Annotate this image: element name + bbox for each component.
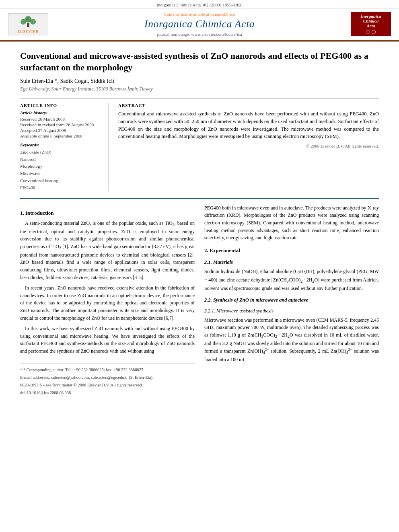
keyword-conventional: Conventional heating (20, 177, 102, 185)
footnote-star: * (20, 368, 23, 372)
section1-paragraph3: In this work, we have synthesized ZnO na… (20, 325, 195, 355)
history-label: Article history: (20, 110, 102, 115)
journal-logo-right-container: Inorganica Chimica Acta (347, 12, 391, 36)
section2-2-heading: 2.2. Synthesis of ZnO in microwave and a… (204, 296, 379, 304)
body-col-left: 1. Introduction A semi-conducting materi… (20, 204, 195, 398)
article-content: Conventional and microwave-assisted synt… (0, 42, 399, 406)
logo-line3: Acta (367, 23, 375, 28)
section2-2-1-heading: 2.2.1. Microwave-assisted synthesis (204, 307, 379, 315)
journal-header: ELSEVIER Contents lists available at Sci… (0, 8, 399, 41)
two-col-body: 1. Introduction A semi-conducting materi… (20, 204, 379, 398)
footnote-doi: doi:10.1016/j.ica.2008.08.038 (20, 390, 195, 396)
journal-title: Inorganica Chimica Acta (52, 18, 347, 30)
available-date: Available online 8 September 2008 (20, 134, 102, 138)
article-affiliation: Ege University, Solar Energy Institute, … (20, 86, 379, 92)
article-title: Conventional and microwave-assisted synt… (20, 50, 379, 73)
section1-paragraph1: A semi-conducting material ZnO, is one o… (20, 220, 195, 281)
elsevier-logo: ELSEVIER (8, 13, 48, 35)
journal-citation: Inorganica Chimica Acta 362 (2009) 1855–… (156, 2, 242, 7)
section2-1-heading: 2.1. Materials (204, 259, 379, 266)
received-date: Received 26 March 2008 (20, 117, 102, 121)
svg-point-2 (30, 19, 36, 25)
footnote-corresponding: * * Corresponding author. Tel.: +90 232 … (20, 367, 195, 373)
journal-cover-logo: Inorganica Chimica Acta (351, 12, 391, 36)
footnote-section: * * Corresponding author. Tel.: +90 232 … (20, 363, 195, 396)
journal-homepage: journal homepage: www.elsevier.com/locat… (52, 32, 347, 37)
sciencedirect-link-text: ScienceDirect (210, 12, 235, 16)
info-abstract-row: ARTICLE INFO Article history: Received 2… (20, 103, 379, 191)
elsevier-text: ELSEVIER (17, 29, 39, 33)
svg-rect-3 (27, 23, 29, 27)
abstract-text: Conventional and microwave-assisted synt… (118, 110, 379, 140)
journal-header-center: Contents lists available at ScienceDirec… (52, 12, 347, 37)
copyright-line: © 2008 Elsevier B.V. All rights reserved… (118, 144, 379, 148)
journal-top-bar: Inorganica Chimica Acta 362 (2009) 1855–… (0, 0, 399, 8)
header-divider (20, 99, 379, 99)
keyword-nanorod: Nanorod (20, 156, 102, 163)
footnote-issn: 0020-1693/$ – see front matter © 2008 El… (20, 382, 195, 388)
article-info-column: ARTICLE INFO Article history: Received 2… (20, 103, 109, 191)
footnote-email: E-mail addresses: suleerten@yahoo.com, s… (20, 374, 195, 381)
keyword-morphology: Morphology (20, 163, 102, 170)
keyword-microwave: Microwave (20, 170, 102, 177)
logo-line2: Chimica (363, 18, 379, 23)
keyword-zinc-oxide: Zinc oxide (ZnO) (20, 149, 102, 156)
abstract-label: ABSTRACT (118, 103, 379, 108)
section1-paragraph2: In recent years, ZnO nanorods have recei… (20, 284, 195, 322)
section2-1-text: Sodium hydroxide (NaOH), ethanol absolut… (204, 268, 379, 292)
sciencedirect-label: Contents lists available at ScienceDirec… (52, 12, 347, 16)
article-abstract-column: ABSTRACT Conventional and microwave-assi… (118, 103, 379, 191)
body-col-right: PEG400 both in microwave oven and in aut… (204, 204, 379, 398)
body-divider (20, 198, 379, 199)
keyword-peg400: PEG400 (20, 184, 102, 191)
svg-point-1 (21, 19, 26, 25)
article-info-label: ARTICLE INFO (20, 103, 102, 108)
keywords-label: Keywords: (20, 142, 102, 147)
section1-heading: 1. Introduction (20, 209, 195, 217)
elsevier-logo-container: ELSEVIER (8, 13, 52, 35)
col2-continuation: PEG400 both in microwave oven and in aut… (204, 204, 379, 242)
logo-line1: Inorganica (361, 14, 381, 18)
revised-date: Received in revised form 26 August 2008 (20, 122, 102, 127)
accepted-date: Accepted 27 August 2008 (20, 128, 102, 133)
section2-2-1-text: Microwave reaction was performed in a mi… (204, 316, 379, 364)
article-authors: Sule Erten-Ela *, Sadik Cogal, Siddik Ic… (20, 78, 379, 84)
section2-heading: 2. Experimental (204, 246, 379, 255)
